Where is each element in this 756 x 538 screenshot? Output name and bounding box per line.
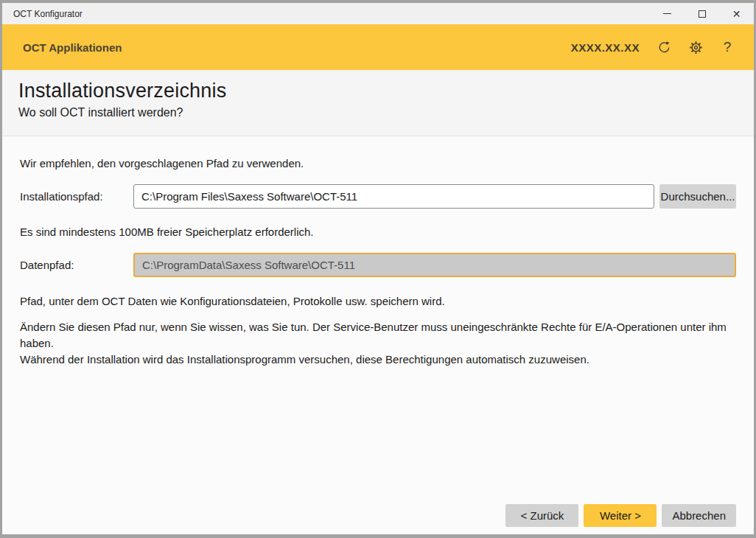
wizard-footer: < Zurück Weiter > Abbrechen	[20, 504, 736, 534]
maximize-button[interactable]	[685, 3, 719, 24]
refresh-icon[interactable]	[657, 40, 671, 55]
app-header: OCT Applikationen XXXX.XX.XX	[2, 24, 754, 70]
gear-icon[interactable]	[688, 40, 703, 55]
window-controls: ✕	[650, 3, 754, 24]
data-path-row: Datenpfad:	[20, 253, 736, 277]
app-title: OCT Applikationen	[23, 41, 122, 54]
help-glyph: ?	[724, 39, 732, 55]
install-path-row: Installationspfad: Durchsuchen...	[20, 184, 736, 209]
page-subtitle: Wo soll OCT installiert werden?	[18, 106, 754, 119]
install-path-label: Installationspfad:	[20, 190, 133, 203]
next-button[interactable]: Weiter >	[584, 504, 657, 527]
back-button[interactable]: < Zurück	[505, 504, 578, 527]
window-title: OCT Konfigurator	[13, 9, 83, 19]
warning-line-2: Während der Installation wird das Instal…	[20, 352, 736, 368]
disk-space-note: Es sind mindestens 100MB freier Speicher…	[20, 224, 736, 240]
maximize-icon	[699, 10, 706, 18]
close-icon: ✕	[732, 9, 741, 19]
close-button[interactable]: ✕	[719, 3, 754, 24]
help-icon[interactable]: ?	[720, 40, 735, 55]
cancel-button[interactable]: Abbrechen	[662, 504, 736, 527]
data-path-note: Pfad, unter dem OCT Daten wie Konfigurat…	[20, 293, 736, 310]
minimize-icon	[663, 13, 671, 14]
page-heading-section: Installationsverzeichnis Wo soll OCT ins…	[2, 70, 754, 136]
app-window: OCT Konfigurator ✕ OCT Applikationen XXX…	[0, 0, 756, 538]
intro-text: Wir empfehlen, den vorgeschlagenen Pfad …	[20, 156, 736, 172]
data-path-input[interactable]	[133, 253, 736, 277]
warning-line-1: Ändern Sie diesen Pfad nur, wenn Sie wis…	[20, 319, 736, 352]
version-label: XXXX.XX.XX	[571, 41, 640, 54]
install-path-input[interactable]	[133, 184, 654, 209]
data-path-label: Datenpfad:	[20, 259, 133, 271]
page-title: Installationsverzeichnis	[18, 80, 754, 102]
minimize-button[interactable]	[650, 3, 685, 24]
warning-text: Ändern Sie diesen Pfad nur, wenn Sie wis…	[20, 319, 736, 367]
content-area: Wir empfehlen, den vorgeschlagenen Pfad …	[2, 136, 754, 534]
titlebar: OCT Konfigurator ✕	[2, 3, 754, 24]
browse-button[interactable]: Durchsuchen...	[659, 184, 736, 209]
app-header-actions: XXXX.XX.XX	[571, 40, 735, 55]
